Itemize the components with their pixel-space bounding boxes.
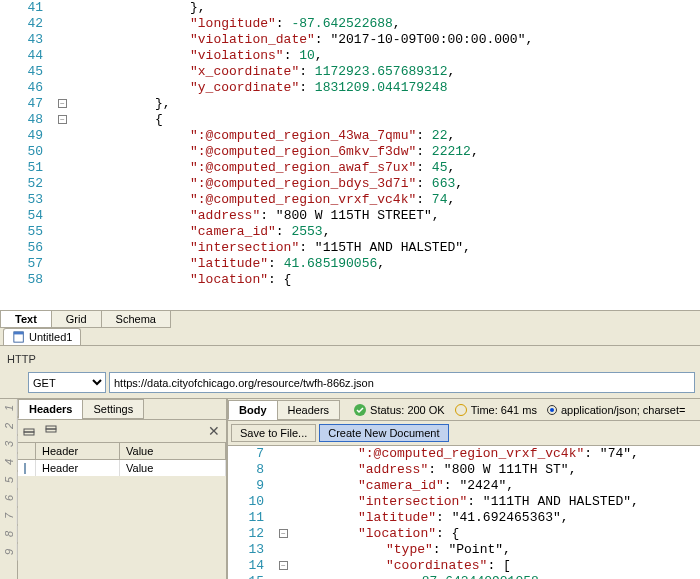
side-tab[interactable]: 1	[0, 400, 18, 417]
fold-icon[interactable]: −	[58, 99, 67, 108]
view-tabs: Text Grid Schema	[0, 310, 700, 328]
create-new-document-button[interactable]: Create New Document	[319, 424, 448, 442]
insert-row-icon[interactable]	[20, 421, 40, 441]
code-line[interactable]: 56"intersection": "115TH AND HALSTED",	[0, 240, 700, 256]
code-line[interactable]: 11"latitude": "41.692465363",	[228, 510, 700, 526]
code-line[interactable]: 51":@computed_region_awaf_s7ux": 45,	[0, 160, 700, 176]
document-tabs: Untitled1	[0, 328, 700, 346]
side-tab[interactable]: 2	[0, 418, 18, 435]
code-line[interactable]: 13"type": "Point",	[228, 542, 700, 558]
code-line[interactable]: 14−"coordinates": [	[228, 558, 700, 574]
code-line[interactable]: 9"camera_id": "2424",	[228, 478, 700, 494]
code-line[interactable]: 43"violation_date": "2017-10-09T00:00:00…	[0, 32, 700, 48]
fold-icon[interactable]: −	[279, 529, 288, 538]
request-tab-headers[interactable]: Headers	[18, 399, 83, 419]
code-line[interactable]: 45"x_coordinate": 1172923.657689312,	[0, 64, 700, 80]
http-method-select[interactable]: GET	[28, 372, 106, 393]
code-line[interactable]: 47−},	[0, 96, 700, 112]
side-tab[interactable]: 3	[0, 436, 18, 453]
svg-rect-1	[14, 332, 23, 335]
tab-text[interactable]: Text	[0, 311, 52, 328]
request-tab-settings[interactable]: Settings	[82, 399, 144, 419]
row-checkbox[interactable]	[24, 463, 26, 474]
col-header[interactable]: Header	[36, 443, 120, 459]
code-line[interactable]: 41},	[0, 0, 700, 16]
side-tab[interactable]: 9	[0, 544, 18, 561]
code-line[interactable]: 54"address": "800 W 115TH STREET",	[0, 208, 700, 224]
response-panel: Body Headers Status: 200 OK Time: 641 ms…	[228, 399, 700, 579]
tab-grid[interactable]: Grid	[51, 311, 102, 328]
code-line[interactable]: 55"camera_id": 2553,	[0, 224, 700, 240]
code-line[interactable]: 53":@computed_region_vrxf_vc4k": 74,	[0, 192, 700, 208]
side-tabs: 123456789	[0, 399, 18, 579]
url-input[interactable]	[109, 372, 695, 393]
content-type-icon	[547, 405, 557, 415]
side-tab[interactable]: 8	[0, 526, 18, 543]
response-tab-body[interactable]: Body	[228, 400, 278, 420]
http-label: HTTP	[0, 346, 700, 370]
code-line[interactable]: 44"violations": 10,	[0, 48, 700, 64]
tab-schema[interactable]: Schema	[101, 311, 171, 328]
fold-icon[interactable]: −	[58, 115, 67, 124]
request-headers-panel: Headers Settings ✕ Header Value Header V…	[18, 399, 228, 579]
doc-tab-untitled[interactable]: Untitled1	[3, 328, 81, 345]
side-tab[interactable]: 6	[0, 490, 18, 507]
code-line[interactable]: 50":@computed_region_6mkv_f3dw": 22212,	[0, 144, 700, 160]
side-tab[interactable]: 5	[0, 472, 18, 489]
content-type-text: application/json; charset=	[561, 404, 685, 416]
svg-rect-5	[46, 429, 56, 432]
header-row[interactable]: Header Value	[18, 460, 226, 476]
code-line[interactable]: 7":@computed_region_vrxf_vc4k": "74",	[228, 446, 700, 462]
status-text: Status: 200 OK	[370, 404, 445, 416]
svg-rect-3	[24, 432, 34, 435]
response-tab-headers[interactable]: Headers	[277, 400, 341, 420]
clock-icon	[455, 404, 467, 416]
append-row-icon[interactable]	[42, 421, 62, 441]
code-line[interactable]: 42"longitude": -87.642522688,	[0, 16, 700, 32]
col-value[interactable]: Value	[120, 443, 226, 459]
code-line[interactable]: 57"latitude": 41.685190056,	[0, 256, 700, 272]
code-line[interactable]: 15-87.642440901058,	[228, 574, 700, 579]
code-line[interactable]: 49":@computed_region_43wa_7qmu": 22,	[0, 128, 700, 144]
side-tab[interactable]: 7	[0, 508, 18, 525]
fold-icon[interactable]: −	[279, 561, 288, 570]
delete-row-icon[interactable]: ✕	[208, 423, 220, 439]
code-line[interactable]: 46"y_coordinate": 1831209.044179248	[0, 80, 700, 96]
code-line[interactable]: 52":@computed_region_bdys_3d7i": 663,	[0, 176, 700, 192]
code-line[interactable]: 10"intersection": "111TH AND HALSTED",	[228, 494, 700, 510]
code-line[interactable]: 48−{	[0, 112, 700, 128]
status-ok-icon	[354, 404, 366, 416]
code-line[interactable]: 58"location": {	[0, 272, 700, 288]
json-file-icon	[12, 331, 26, 343]
time-text: Time: 641 ms	[471, 404, 537, 416]
response-code-editor[interactable]: 7":@computed_region_vrxf_vc4k": "74",8"a…	[228, 446, 700, 579]
side-tab[interactable]: 4	[0, 454, 18, 471]
code-line[interactable]: 8"address": "800 W 111TH ST",	[228, 462, 700, 478]
top-code-editor[interactable]: 41},42"longitude": -87.642522688,43"viol…	[0, 0, 700, 310]
code-line[interactable]: 12−"location": {	[228, 526, 700, 542]
save-to-file-button[interactable]: Save to File...	[231, 424, 316, 442]
